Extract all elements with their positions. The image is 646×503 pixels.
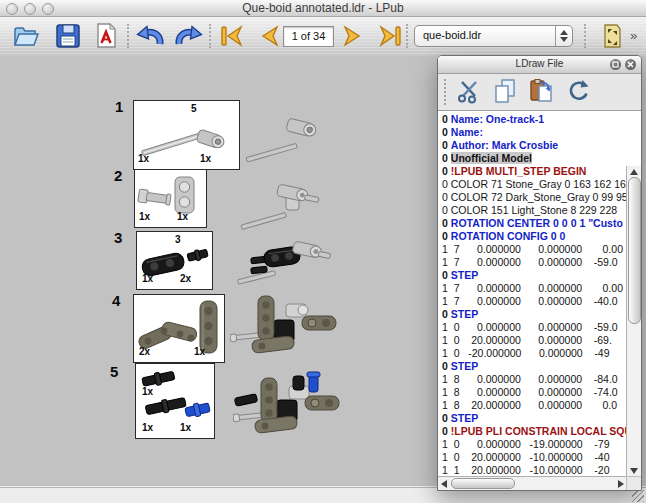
toolbar-overflow-chevron[interactable]: » <box>630 28 637 43</box>
lpub-window: Que-boid annotated.ldr - LPub <box>0 0 646 503</box>
page-number-field[interactable] <box>283 26 334 47</box>
editor-line[interactable]: 0 COLOR 151 Light_Stone 8 229 228 <box>442 204 627 217</box>
horizontal-scrollbar[interactable] <box>438 476 627 490</box>
redo-button[interactable] <box>173 21 205 51</box>
pdf-document-icon <box>91 21 121 51</box>
line-text: 0 COLOR 151 Light_Stone 8 229 228 <box>442 204 617 216</box>
editor-line[interactable]: 1 0 20.000000 0.000000 -69. <box>442 334 627 347</box>
editor-line[interactable]: 1 0 20.000000 -10.000000 -40 <box>442 451 627 464</box>
clipboard-paste-icon <box>527 77 555 105</box>
line-text: 1 7 0.000000 0.000000 -40.0 <box>442 295 618 307</box>
line-text: ROTATION CONFIG 0 0 <box>451 230 566 242</box>
scroll-right-arrow-icon[interactable] <box>618 480 624 488</box>
palette-titlebar[interactable]: LDraw File <box>438 56 641 74</box>
step-number[interactable]: 1 <box>115 98 123 115</box>
scroll-up-arrow-icon[interactable] <box>630 169 638 175</box>
editor-line[interactable]: 0Name: One-track-1 <box>442 113 627 126</box>
open-button[interactable] <box>10 21 42 51</box>
next-page-button[interactable] <box>336 21 368 51</box>
vertical-scrollbar[interactable] <box>626 166 641 477</box>
step-number[interactable]: 2 <box>114 167 122 184</box>
editor-line[interactable]: 1 0 -20.000000 0.000000 -49 <box>442 347 627 360</box>
editor-line[interactable]: 0Unofficial Model <box>442 152 627 165</box>
model-selector-dropdown[interactable]: que-boid.ldr <box>414 25 573 47</box>
pli-box-step-3[interactable]: 3 1x 2x <box>136 231 213 290</box>
step-number[interactable]: 3 <box>114 229 122 246</box>
undo-curved-arrow-icon <box>134 21 166 51</box>
paste-button[interactable] <box>526 77 556 107</box>
line-text: 1 7 0.000000 0.000000 0.00 <box>442 243 623 255</box>
cut-button[interactable] <box>454 77 484 107</box>
axle-connector-part <box>196 129 226 150</box>
scroll-down-arrow-icon[interactable] <box>630 468 638 474</box>
horizontal-scroll-thumb[interactable] <box>451 478 515 489</box>
editor-line[interactable]: 1 8 0.000000 0.000000 -74.0 <box>442 386 627 399</box>
last-page-button[interactable] <box>374 21 406 51</box>
editor-line[interactable]: 0STEP <box>442 308 627 321</box>
palette-detach-button[interactable] <box>610 59 621 70</box>
chevron-up-icon <box>560 30 568 35</box>
line-text: Unofficial Model <box>451 152 532 164</box>
model-selector-value: que-boid.ldr <box>423 29 481 41</box>
editor-line[interactable]: 1 0 0.000000 0.000000 -59.0 <box>442 321 627 334</box>
line-text: 1 0 0.000000 0.000000 -59.0 <box>442 321 618 333</box>
blue-pin-part <box>184 401 210 419</box>
line-text: 1 8 0.000000 0.000000 -74.0 <box>442 386 618 398</box>
step-number[interactable]: 4 <box>112 292 120 309</box>
editor-line[interactable]: 0Author: Mark Crosbie <box>442 139 627 152</box>
refresh-button[interactable] <box>564 77 594 107</box>
editor-line[interactable]: 1 0 0.000000 -19.000000 -79 <box>442 438 627 451</box>
previous-page-button[interactable] <box>254 21 286 51</box>
next-page-arrow-icon <box>337 21 367 51</box>
editor-line[interactable]: 0 COLOR 72 Dark_Stone_Gray 0 99 95 <box>442 191 627 204</box>
palette-close-button[interactable] <box>625 59 636 70</box>
assembly-image-step-4[interactable] <box>230 290 338 365</box>
undo-button[interactable] <box>134 21 166 51</box>
editor-text-pane[interactable]: 0Name: One-track-1 0Name: 0Author: Mark … <box>438 111 627 477</box>
editor-line[interactable]: 1 7 0.000000 0.000000 0.00 <box>442 282 627 295</box>
export-pdf-button[interactable] <box>90 21 122 51</box>
pli-box-step-4[interactable]: 2x 1x <box>133 294 225 363</box>
toolbar-separator <box>209 24 211 48</box>
resize-grip[interactable] <box>632 490 644 502</box>
window-titlebar[interactable]: Que-boid annotated.ldr - LPub <box>0 0 646 17</box>
editor-line[interactable]: 0STEP <box>442 360 627 373</box>
vertical-scroll-thumb[interactable] <box>628 177 641 324</box>
pli-quantity: 2x <box>180 273 191 284</box>
assembly-image-step-3[interactable] <box>237 233 332 288</box>
ldraw-file-editor[interactable]: 0Name: One-track-1 0Name: 0Author: Mark … <box>438 111 641 490</box>
editor-line[interactable]: 1 7 0.000000 0.000000 -40.0 <box>442 295 627 308</box>
assembly-image-step-2[interactable] <box>240 178 328 230</box>
editor-line[interactable]: 1 8 20.000000 0.000000 0.0 <box>442 399 627 412</box>
scrollbar-corner <box>626 476 641 490</box>
editor-line[interactable]: 1 8 0.000000 0.000000 -84.0 <box>442 373 627 386</box>
toolbar-drag-handle[interactable] <box>444 79 446 105</box>
editor-line[interactable]: 0 COLOR 71 Stone_Gray 0 163 162 16 <box>442 178 627 191</box>
page-setup-button[interactable] <box>596 21 628 51</box>
save-button[interactable] <box>52 21 84 51</box>
assembly-image-step-5[interactable] <box>233 368 341 440</box>
line-number-token: 0 <box>442 126 448 138</box>
editor-line[interactable]: 1 7 0.000000 0.000000 -59.0 <box>442 256 627 269</box>
editor-line[interactable]: 0!LPUB PLI CONSTRAIN LOCAL SQU <box>442 425 627 438</box>
editor-line[interactable]: 0ROTATION CENTER 0 0 0 1 "Custo <box>442 217 627 230</box>
line-text: !LPUB PLI CONSTRAIN LOCAL SQU <box>451 425 627 437</box>
pli-quantity: 1x <box>194 346 205 357</box>
pli-box-step-2[interactable]: 1x 1x <box>134 169 207 228</box>
pli-box-step-5[interactable]: 1x 1x 1x <box>135 363 215 439</box>
line-text: Author: Mark Crosbie <box>451 139 558 151</box>
editor-line[interactable]: 1 7 0.000000 0.000000 0.00 <box>442 243 627 256</box>
first-page-button[interactable] <box>216 21 248 51</box>
pli-box-step-1[interactable]: 5 1x 1x <box>133 100 240 170</box>
editor-line[interactable]: 0STEP <box>442 269 627 282</box>
line-text: 1 8 0.000000 0.000000 -84.0 <box>442 373 618 385</box>
copy-button[interactable] <box>490 77 520 107</box>
step-number[interactable]: 5 <box>110 363 118 380</box>
editor-line[interactable]: 0STEP <box>442 412 627 425</box>
editor-line[interactable]: 0Name: <box>442 126 627 139</box>
editor-line[interactable]: 0!LPUB MULTI_STEP BEGIN <box>442 165 627 178</box>
editor-line[interactable]: 0ROTATION CONFIG 0 0 <box>442 230 627 243</box>
scroll-left-arrow-icon[interactable] <box>441 480 447 488</box>
toolbar-separator <box>127 24 129 48</box>
assembly-image-step-1[interactable] <box>243 110 321 162</box>
